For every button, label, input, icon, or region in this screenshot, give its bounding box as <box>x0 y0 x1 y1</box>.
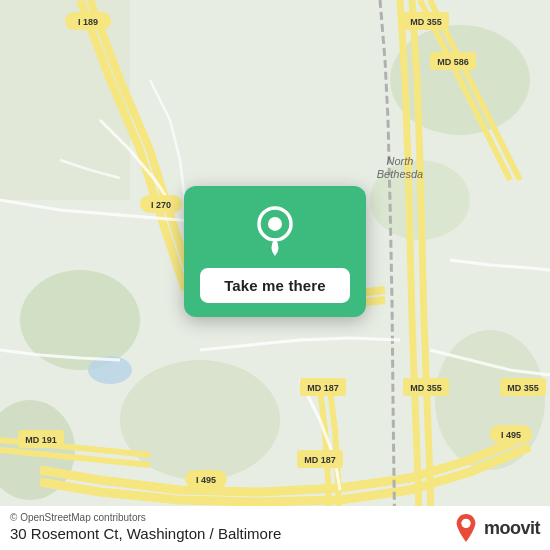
svg-text:MD 191: MD 191 <box>25 435 57 445</box>
svg-text:Bethesda: Bethesda <box>377 168 423 180</box>
popup-card: Take me there <box>184 186 366 317</box>
svg-text:I 495: I 495 <box>501 430 521 440</box>
svg-text:I 495: I 495 <box>196 475 216 485</box>
svg-rect-4 <box>0 0 130 200</box>
svg-text:MD 187: MD 187 <box>304 455 336 465</box>
moovit-label: moovit <box>484 518 540 539</box>
svg-point-39 <box>461 519 470 528</box>
moovit-pin-icon <box>452 514 480 542</box>
map-container: MD 355 MD 586 I 270 I 270 I 270 I 495 I … <box>0 0 550 550</box>
svg-text:North: North <box>387 155 414 167</box>
take-me-there-button[interactable]: Take me there <box>200 268 350 303</box>
svg-text:MD 355: MD 355 <box>410 383 442 393</box>
svg-text:I 189: I 189 <box>78 17 98 27</box>
svg-text:I 270: I 270 <box>151 200 171 210</box>
location-pin-icon <box>248 204 302 258</box>
svg-text:MD 586: MD 586 <box>437 57 469 67</box>
moovit-logo: moovit <box>452 514 540 542</box>
svg-text:MD 355: MD 355 <box>507 383 539 393</box>
svg-point-38 <box>268 217 282 231</box>
svg-text:MD 187: MD 187 <box>307 383 339 393</box>
svg-text:MD 355: MD 355 <box>410 17 442 27</box>
